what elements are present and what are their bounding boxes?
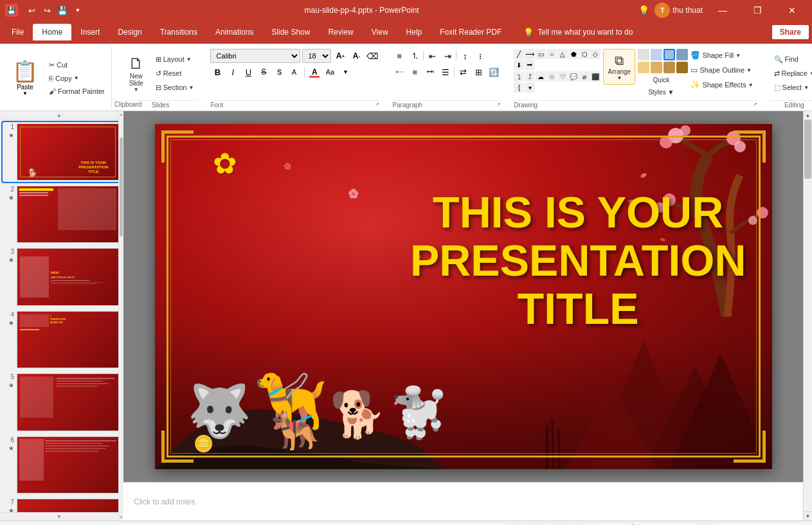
increase-font-button[interactable]: A+ — [333, 49, 347, 63]
slide-item-4[interactable]: 4 ★ LTRANSITIONHEADLINE — [3, 310, 118, 369]
select-button[interactable]: ⬚ Select ▼ — [770, 82, 812, 94]
font-name-select[interactable]: Calibri — [210, 49, 300, 63]
shape-arrow-line[interactable]: ⟶ — [525, 49, 535, 59]
slide-item-5[interactable]: 5 ★ — [3, 372, 118, 432]
qs-item-5[interactable] — [638, 62, 649, 73]
bullets-button[interactable]: ≡ — [392, 49, 406, 63]
shape-callout[interactable]: 💬 — [568, 71, 579, 82]
shape-effects-button[interactable]: ✨ Shape Effects ▼ — [687, 78, 757, 91]
slide-thumb-6[interactable] — [17, 436, 118, 494]
shape-pentagon[interactable]: ⬟ — [568, 49, 579, 59]
font-case-dropdown[interactable]: ▼ — [338, 65, 352, 79]
slide-item-7[interactable]: 7 ★ CHINESEYEAR OF THEDOG 🐶 — [3, 497, 118, 512]
tab-insert[interactable]: Insert — [71, 24, 109, 40]
slide-item-3[interactable]: 3 ★ Hello! I AM SPIDER-SMITH — [3, 247, 118, 307]
align-center-button[interactable]: ≡ — [408, 65, 422, 79]
replace-button[interactable]: ⇄ Replace ▼ — [770, 67, 812, 80]
redo-button[interactable]: ↪ — [40, 3, 54, 17]
shape-diamond[interactable]: ◇ — [590, 49, 600, 59]
strikethrough-button[interactable]: S — [257, 65, 271, 79]
canvas-scroll-down[interactable]: ▼ — [804, 512, 812, 521]
slides-scroll-down-btn[interactable]: ▼ — [119, 514, 123, 521]
tab-transitions[interactable]: Transitions — [151, 24, 206, 40]
notes-area[interactable]: Click to add notes — [123, 482, 803, 521]
slide-thumb-2[interactable] — [17, 186, 118, 243]
close-button[interactable]: ✕ — [777, 0, 807, 21]
text-direction-button[interactable]: ⇄ — [456, 65, 470, 79]
shape-outline-button[interactable]: ▭ Shape Outline ▼ — [687, 64, 757, 76]
slide-thumb-7[interactable]: CHINESEYEAR OF THEDOG 🐶 — [17, 499, 118, 512]
slides-scroll-up-btn[interactable]: ▲ — [119, 111, 123, 118]
bold-button[interactable]: B — [210, 65, 224, 79]
qs-item-6[interactable] — [651, 62, 662, 73]
minimize-button[interactable]: — — [708, 0, 737, 21]
tab-slideshow[interactable]: Slide Show — [262, 24, 319, 40]
tab-view[interactable]: View — [363, 24, 397, 40]
new-slide-button[interactable]: 🗋 New Slide ▼ — [123, 54, 149, 93]
shape-brace[interactable]: { — [514, 82, 524, 93]
quick-styles-label2[interactable]: Styles ▼ — [638, 87, 684, 98]
shape-cloud[interactable]: ☁ — [536, 71, 546, 82]
decrease-indent-button[interactable]: ⇤ — [425, 49, 439, 63]
user-info[interactable]: T thu thuat — [654, 3, 703, 18]
numbering-button[interactable]: ⒈ — [408, 49, 422, 63]
tab-animations[interactable]: Animations — [206, 24, 262, 40]
font-size-select[interactable]: 18 — [302, 49, 331, 63]
reading-view-button[interactable]: 📖 — [551, 523, 566, 526]
fit-slide-button[interactable]: ⊠ — [696, 523, 712, 526]
qs-item-1[interactable] — [638, 49, 649, 60]
slide-thumb-3[interactable]: Hello! I AM SPIDER-SMITH — [17, 248, 118, 305]
shape-more[interactable]: ▾ — [525, 82, 535, 93]
shape-circle[interactable]: ○ — [546, 49, 557, 59]
shape-rect[interactable]: ▭ — [536, 49, 546, 59]
tab-help[interactable]: Help — [397, 24, 431, 40]
cut-button[interactable]: ✂ Cut — [45, 59, 109, 71]
format-painter-button[interactable]: 🖌 Format Painter — [45, 85, 109, 97]
tab-design[interactable]: Design — [109, 24, 150, 40]
decrease-font-button[interactable]: A- — [349, 49, 363, 63]
slide-item-2[interactable]: 2 ★ — [3, 184, 118, 244]
quick-styles-button[interactable]: Quick — [638, 75, 684, 85]
qs-item-2[interactable] — [651, 49, 662, 60]
clear-format-button[interactable]: ⌫ — [365, 49, 379, 63]
slide-item-6[interactable]: 6 ★ — [3, 435, 118, 495]
slide-item-1[interactable]: 1 ★ THIS IS YOUR PRESENTATION TITLE — [3, 122, 118, 182]
shape-star[interactable]: ☆ — [546, 71, 557, 82]
reset-button[interactable]: ↺ Reset — [152, 67, 198, 80]
shape-fill-button[interactable]: 🪣 Shape Fill ▼ — [687, 49, 757, 62]
slide-thumb-1[interactable]: THIS IS YOUR PRESENTATION TITLE 🐕 — [17, 123, 118, 181]
find-button[interactable]: 🔍 Find — [770, 53, 812, 66]
layout-button[interactable]: ⊞ Layout ▼ — [152, 53, 198, 66]
slide-canvas[interactable]: ✿ — [155, 124, 772, 469]
section-button[interactable]: ⊟ Section ▼ — [152, 82, 198, 94]
convert-button[interactable]: 🔃 — [487, 65, 501, 79]
slide-thumb-4[interactable]: LTRANSITIONHEADLINE — [17, 311, 118, 368]
smart-art-button[interactable]: ⊞ — [471, 65, 485, 79]
increase-indent-button[interactable]: ⇥ — [440, 49, 455, 63]
slide-thumb-5[interactable] — [17, 373, 118, 431]
undo-button[interactable]: ↩ — [24, 3, 39, 17]
underline-button[interactable]: U — [241, 65, 255, 79]
slide-title[interactable]: THIS IS YOUR PRESENTATION TITLE — [410, 188, 746, 332]
share-button[interactable]: Share — [771, 24, 809, 40]
align-left-button[interactable]: ⬸ — [392, 65, 406, 79]
font-case-button[interactable]: Aa — [323, 65, 337, 79]
canvas-scroll-thumb[interactable] — [804, 120, 811, 179]
canvas-scroll-up[interactable]: ▲ — [804, 111, 812, 120]
tab-review[interactable]: Review — [319, 24, 362, 40]
font-color-button[interactable]: A — [307, 65, 321, 79]
slide-sorter-button[interactable]: ⊞ — [530, 523, 546, 526]
slides-scroll-thumb[interactable] — [120, 138, 123, 236]
restore-button[interactable]: ❐ — [743, 0, 772, 21]
font-expand-button[interactable]: ↗ — [375, 102, 379, 109]
shape-heart[interactable]: ♡ — [557, 71, 568, 82]
customize-qat-button[interactable]: ▼ — [71, 3, 85, 17]
tab-home[interactable]: Home — [33, 24, 71, 40]
slides-scroll-up[interactable]: ▲ — [0, 111, 118, 120]
tab-foxit[interactable]: Foxit Reader PDF — [431, 24, 510, 40]
italic-button[interactable]: I — [226, 65, 240, 79]
columns-button[interactable]: ⫶ — [473, 49, 487, 63]
arrange-button[interactable]: ⧉ Arrange ▼ — [603, 49, 635, 85]
qs-item-7[interactable] — [663, 62, 675, 73]
shape-cube[interactable]: ⬛ — [590, 71, 600, 82]
